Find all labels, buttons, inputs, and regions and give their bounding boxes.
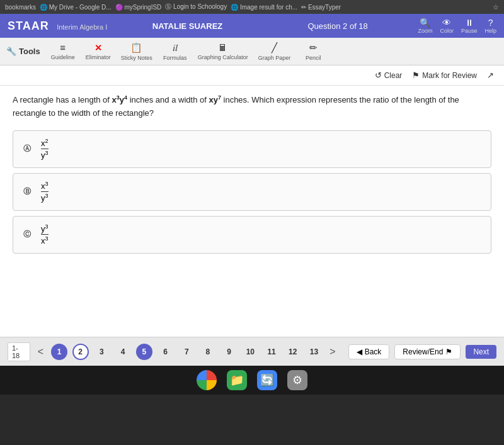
page-10[interactable]: 10 [243,344,259,360]
mark-review-button[interactable]: ⚑ Mark for Review [412,70,477,80]
question-area: A rectangle has a length of x3y4 inches … [0,86,504,337]
formulas-icon: 𝑖𝑙 [173,42,178,54]
choice-a[interactable]: Ⓐ x2 y3 [13,130,491,168]
external-link-button[interactable]: ↗ [487,70,494,80]
choice-b[interactable]: Ⓑ x3 y3 [13,173,491,211]
bookmark-essaytyper[interactable]: ✏ EssayTyper [301,4,341,11]
sticky-notes-tool[interactable]: 📋 Sticky Notes [121,42,152,61]
test-container: STAAR Interim Algebra I NATALIE SUAREZ Q… [0,14,504,366]
bookmark-bookmarks[interactable]: bookmarks [5,4,36,11]
choice-a-label: Ⓐ [23,144,33,154]
navigation-bar: 1-18 < 1 2 3 4 5 6 7 8 9 10 11 12 13 > ◀… [0,337,504,366]
external-icon: ↗ [487,70,494,80]
choice-a-fraction: x2 y3 [41,138,49,161]
action-bar: ↺ Clear ⚑ Mark for Review ↗ [0,65,504,86]
clear-button[interactable]: ↺ Clear [375,70,403,80]
bookmarks-bar: bookmarks 🌐 My Drive - Google D... 🟣 myS… [0,0,504,14]
bookmark-drive[interactable]: 🌐 My Drive - Google D... [40,4,112,11]
pencil-icon: ✏ [309,42,318,54]
formulas-tool[interactable]: 𝑖𝑙 Formulas [163,42,188,61]
page-4[interactable]: 4 [115,344,131,360]
pencil-tool[interactable]: ✏ Pencil [301,42,326,61]
graph-paper-icon: ╱ [272,42,277,54]
page-9[interactable]: 9 [221,344,238,360]
guideline-tool[interactable]: ≡ Guideline [50,42,76,60]
choice-c-fraction: y3 x3 [41,223,49,246]
next-button[interactable]: Next [466,345,496,359]
bookmark-image[interactable]: 🌐 Image result for ch... [231,4,297,11]
choice-c-label: Ⓒ [23,229,33,240]
eliminator-icon: ✕ [94,43,102,53]
choice-c[interactable]: Ⓒ y3 x3 [13,216,491,254]
app-icon-3[interactable]: ⚙ [287,370,307,390]
prev-arrow[interactable]: < [35,346,46,358]
page-7[interactable]: 7 [178,344,195,360]
page-5[interactable]: 5 [136,344,152,360]
staar-logo: STAAR Interim Algebra I [8,20,107,33]
page-1[interactable]: 1 [51,344,67,360]
calculator-icon: 🖩 [218,42,227,53]
flag-icon: ⚑ [412,70,420,80]
taskbar: 📁 🔄 ⚙ [0,366,504,395]
next-arrow[interactable]: > [327,346,338,358]
back-button[interactable]: ◀ Back [348,344,390,359]
wrench-icon: 🔧 [6,47,16,56]
question-counter: Question 2 of 18 [268,21,408,31]
choice-b-label: Ⓑ [23,186,33,197]
page-13[interactable]: 13 [306,344,323,360]
tools-button[interactable]: 🔧 Tools [6,47,40,56]
page-11[interactable]: 11 [263,344,280,360]
toolbar: 🔧 Tools ≡ Guideline ✕ Eliminator 📋 Stick… [0,38,504,65]
question-text: A rectangle has a length of x3y4 inches … [13,93,491,120]
files-icon[interactable]: 📁 [227,370,247,390]
page-8[interactable]: 8 [200,344,216,360]
page-6[interactable]: 6 [158,344,174,360]
bookmark-myspring[interactable]: 🟣 mySpringISD [115,4,162,11]
page-3[interactable]: 3 [94,344,110,360]
bookmark-schoology[interactable]: Ⓢ Login to Schoology [165,3,227,11]
header-tools: 🔍 Zoom 👁 Color ⏸ Pause ? Help [418,18,496,34]
guideline-icon: ≡ [60,42,66,53]
student-name: NATALIE SUAREZ [117,21,258,31]
help-tool[interactable]: ? Help [485,18,497,34]
clear-icon: ↺ [375,70,382,80]
app-icon-2[interactable]: 🔄 [257,370,277,390]
page-2[interactable]: 2 [72,344,89,360]
sticky-notes-icon: 📋 [130,42,142,54]
pause-tool[interactable]: ⏸ Pause [461,18,478,34]
question-range: 1-18 [8,342,30,361]
eliminator-tool[interactable]: ✕ Eliminator [86,43,111,60]
color-tool[interactable]: 👁 Color [440,18,454,34]
star-icon: ☆ [493,3,499,11]
back-arrow-icon: ◀ [357,347,362,356]
flag-review-icon: ⚑ [445,347,452,356]
test-header: STAAR Interim Algebra I NATALIE SUAREZ Q… [0,14,504,38]
choice-b-fraction: x3 y3 [41,181,49,203]
graphing-calc-tool[interactable]: 🖩 Graphing Calculator [198,42,248,60]
chrome-icon[interactable] [197,370,217,390]
graph-paper-tool[interactable]: ╱ Graph Paper [258,42,291,61]
page-12[interactable]: 12 [285,344,301,360]
zoom-tool[interactable]: 🔍 Zoom [418,18,432,34]
answer-choices: Ⓐ x2 y3 Ⓑ x3 y3 Ⓒ y3 x3 [13,130,491,254]
review-end-button[interactable]: Review/End ⚑ [394,344,461,359]
